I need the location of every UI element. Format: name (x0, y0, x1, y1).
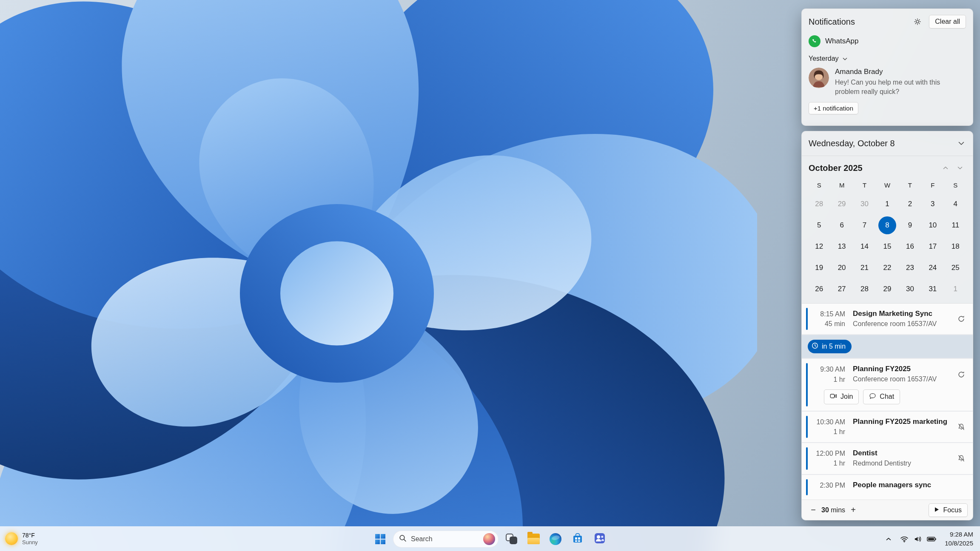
bloom-wallpaper-art (0, 0, 757, 551)
clock-widget[interactable]: 9:28 AM 10/8/2025 (941, 528, 977, 549)
notification-settings-icon[interactable] (910, 15, 925, 28)
calendar-day[interactable]: 26 (808, 278, 830, 300)
calendar-day[interactable]: 6 (830, 215, 853, 236)
weekday-label: M (830, 177, 853, 193)
calendar-day[interactable]: 4 (944, 193, 967, 215)
search-box[interactable]: Search (393, 531, 499, 548)
calendar-next-month-button[interactable] (953, 162, 967, 174)
join-button[interactable]: Join (824, 389, 859, 404)
edge-button[interactable] (546, 530, 565, 548)
calendar-day[interactable]: 30 (853, 193, 876, 215)
day-number: 4 (946, 195, 964, 213)
more-notifications-button[interactable]: +1 notification (809, 102, 858, 114)
tray-chevron-up[interactable] (882, 531, 895, 548)
file-explorer-button[interactable] (524, 530, 543, 548)
calendar-day[interactable]: 9 (899, 215, 921, 236)
event-duration: 1 hr (809, 375, 845, 384)
recurrence-icon (955, 364, 968, 384)
calendar-day[interactable]: 24 (921, 257, 944, 278)
notification-message: Hey! Can you help me out with this probl… (835, 78, 963, 96)
wifi-icon (900, 536, 909, 542)
calendar-day[interactable]: 16 (899, 236, 921, 257)
calendar-day[interactable]: 13 (830, 236, 853, 257)
task-view-button[interactable] (502, 530, 521, 548)
agenda-event[interactable]: 2:30 PMPeople managers sync (802, 475, 973, 500)
weekday-label: S (808, 177, 830, 193)
calendar-day[interactable]: 15 (876, 236, 898, 257)
calendar-day[interactable]: 5 (808, 215, 830, 236)
clear-all-button[interactable]: Clear all (929, 15, 966, 28)
increase-duration-button[interactable]: + (847, 504, 860, 517)
calendar-day[interactable]: 14 (853, 236, 876, 257)
event-title: People managers sync (853, 480, 955, 490)
store-button[interactable] (568, 530, 587, 548)
notification-item[interactable]: Amanda Brady Hey! Can you help me out wi… (809, 68, 966, 96)
calendar-day[interactable]: 21 (853, 257, 876, 278)
calendar-day[interactable]: 1 (876, 193, 898, 215)
calendar-day-selected[interactable]: 8 (876, 215, 898, 236)
weather-condition: Sunny (22, 539, 38, 546)
recurrence-icon (955, 309, 968, 329)
day-number: 27 (833, 280, 851, 298)
notification-body: Amanda Brady Hey! Can you help me out wi… (835, 68, 963, 96)
calendar-day[interactable]: 1 (944, 278, 967, 300)
calendar-collapse-button[interactable] (954, 137, 969, 150)
calendar-prev-month-button[interactable] (939, 162, 952, 174)
search-daily-image[interactable] (483, 533, 495, 545)
notification-app-name: WhatsApp (825, 37, 858, 45)
agenda-event[interactable]: 10:30 AM1 hrPlanning FY2025 marketing (802, 412, 973, 442)
chat-button[interactable]: Chat (863, 389, 900, 404)
focus-duration: 30 mins (821, 506, 845, 514)
weekday-label: T (853, 177, 876, 193)
decrease-duration-button[interactable]: − (807, 504, 820, 517)
calendar-day[interactable]: 25 (944, 257, 967, 278)
day-number: 28 (856, 280, 874, 298)
day-number: 7 (856, 216, 874, 234)
focus-button[interactable]: Focus (929, 503, 968, 517)
calendar-day[interactable]: 31 (921, 278, 944, 300)
calendar-day[interactable]: 19 (808, 257, 830, 278)
day-number: 18 (946, 238, 964, 256)
focus-duration-unit: mins (831, 506, 845, 514)
section-label: Yesterday (809, 55, 839, 62)
event-duration: 1 hr (809, 458, 845, 468)
teams-button[interactable] (590, 530, 609, 548)
notification-sender: Amanda Brady (835, 68, 963, 76)
agenda-event[interactable]: 9:30 AM1 hrPlanning FY2025Conference roo… (802, 359, 973, 410)
calendar-day[interactable]: 3 (921, 193, 944, 215)
day-number: 10 (924, 216, 942, 234)
calendar-day[interactable]: 28 (853, 278, 876, 300)
calendar-day[interactable]: 29 (830, 193, 853, 215)
calendar-day[interactable]: 2 (899, 193, 921, 215)
calendar-day[interactable]: 17 (921, 236, 944, 257)
calendar-day[interactable]: 7 (853, 215, 876, 236)
event-duration: 1 hr (809, 427, 845, 437)
event-time-col: 9:30 AM1 hr (809, 364, 845, 384)
agenda-event[interactable]: 8:15 AM45 minDesign Marketing SyncConfer… (802, 304, 973, 334)
agenda-event[interactable]: 12:00 PM1 hrDentistRedmond Dentistry (802, 443, 973, 474)
weather-widget[interactable]: 78°F Sunny (5, 531, 38, 546)
day-number: 29 (878, 280, 896, 298)
calendar-day[interactable]: 11 (944, 215, 967, 236)
start-button[interactable] (371, 530, 390, 548)
reminder-pill[interactable]: in 5 min (808, 340, 852, 353)
desktop: Notifications Clear all WhatsApp Yesterd… (0, 0, 980, 551)
calendar-day[interactable]: 29 (876, 278, 898, 300)
notification-group-header[interactable]: WhatsApp (809, 35, 966, 47)
calendar-day[interactable]: 23 (899, 257, 921, 278)
calendar-day[interactable]: 30 (899, 278, 921, 300)
focus-label: Focus (943, 506, 962, 514)
calendar-day[interactable]: 12 (808, 236, 830, 257)
calendar-day[interactable]: 10 (921, 215, 944, 236)
notification-section-header[interactable]: Yesterday (809, 55, 966, 62)
weekday-label: W (876, 177, 898, 193)
calendar-footer: − 30 mins + Focus (802, 500, 973, 520)
calendar-day[interactable]: 27 (830, 278, 853, 300)
calendar-day[interactable]: 20 (830, 257, 853, 278)
calendar-day[interactable]: 28 (808, 193, 830, 215)
system-tray: 9:28 AM 10/8/2025 (882, 528, 977, 549)
calendar-day[interactable]: 22 (876, 257, 898, 278)
tray-status-icons[interactable] (896, 532, 940, 546)
teams-icon (594, 532, 606, 545)
calendar-day[interactable]: 18 (944, 236, 967, 257)
